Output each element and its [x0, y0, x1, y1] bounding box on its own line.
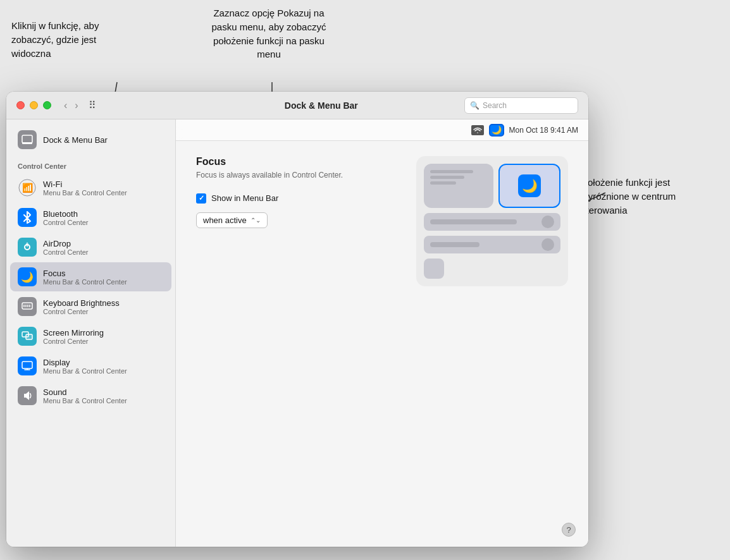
bluetooth-label: Bluetooth	[43, 209, 89, 219]
cc-line-3	[430, 181, 456, 185]
help-button[interactable]: ?	[562, 523, 576, 537]
focus-text: Focus Menu Bar & Control Center	[43, 269, 127, 286]
cc-focus-tile: 🌙	[498, 164, 560, 208]
cc-bar-2	[424, 236, 560, 253]
wifi-label: Wi‑Fi	[43, 180, 127, 189]
cc-bar-1	[424, 213, 560, 231]
sidebar-item-focus[interactable]: 🌙 Focus Menu Bar & Control Center	[10, 262, 171, 291]
settings-section: Focus Focus is always available in Contr…	[196, 156, 397, 532]
forward-button[interactable]: ›	[72, 99, 80, 113]
screen-mirroring-label: Screen Mirroring	[43, 328, 104, 338]
maximize-button[interactable]	[43, 101, 51, 109]
control-center-header: Control Center	[6, 155, 175, 173]
traffic-lights	[16, 101, 51, 109]
wifi-text: Wi‑Fi Menu Bar & Control Center	[43, 180, 127, 197]
cc-small-square	[424, 259, 444, 279]
keyboard-brightness-text: Keyboard Brightness Control Center	[43, 298, 120, 315]
panel-content: Focus Focus is always available in Contr…	[176, 141, 588, 547]
grid-icon[interactable]: ⠿	[89, 99, 96, 111]
search-icon: 🔍	[470, 101, 479, 110]
svg-text:📶: 📶	[22, 183, 34, 193]
bluetooth-icon	[18, 208, 37, 227]
keyboard-brightness-icon	[18, 297, 37, 316]
focus-section-title: Focus	[196, 156, 397, 167]
sound-text: Sound Menu Bar & Control Center	[43, 387, 127, 405]
cc-top-row: 🌙	[424, 164, 560, 208]
focus-section-desc: Focus is always available in Control Cen…	[196, 170, 397, 181]
cc-circle-2	[541, 238, 554, 251]
focus-label: Focus	[43, 269, 127, 278]
svg-rect-3	[22, 135, 32, 143]
show-in-menu-bar-checkbox[interactable]	[196, 193, 206, 204]
bluetooth-text: Bluetooth Control Center	[43, 209, 89, 226]
right-panel: 🌙 Mon Oct 18 9:41 AM Focus Focus is alwa…	[176, 119, 588, 547]
keyboard-brightness-sublabel: Control Center	[43, 308, 120, 315]
focus-sublabel: Menu Bar & Control Center	[43, 278, 127, 286]
sidebar: Dock & Menu Bar Control Center 📶 Wi‑Fi M…	[6, 119, 176, 547]
chevron-up-down-icon: ⌃⌄	[251, 217, 261, 224]
menubar-focus-icon: 🌙	[489, 124, 504, 137]
when-active-row: when active ⌃⌄	[196, 212, 397, 228]
sidebar-item-dock-menu-bar[interactable]: Dock & Menu Bar	[10, 125, 171, 154]
sidebar-item-sound[interactable]: Sound Menu Bar & Control Center	[10, 381, 171, 410]
dropdown-value: when active	[203, 216, 247, 225]
svg-rect-15	[22, 362, 32, 368]
search-placeholder: Search	[483, 101, 507, 110]
show-in-menu-bar-row: Show in Menu Bar	[196, 193, 397, 204]
airdrop-label: AirDrop	[43, 239, 89, 248]
screen-mirroring-sublabel: Control Center	[43, 338, 104, 345]
menubar-wifi-icon	[471, 125, 484, 135]
sidebar-item-airdrop[interactable]: AirDrop Control Center	[10, 233, 171, 262]
keyboard-brightness-label: Keyboard Brightness	[43, 298, 120, 308]
cc-line-1	[430, 170, 473, 173]
sound-sublabel: Menu Bar & Control Center	[43, 397, 127, 405]
display-sublabel: Menu Bar & Control Center	[43, 367, 127, 375]
minimize-button[interactable]	[30, 101, 38, 109]
annotation-right: Położenie funkcji jest wyróżnione w cent…	[581, 176, 692, 217]
display-text: Display Menu Bar & Control Center	[43, 358, 127, 375]
back-button[interactable]: ‹	[61, 99, 70, 113]
sidebar-item-screen-mirroring[interactable]: Screen Mirroring Control Center	[10, 322, 171, 351]
focus-icon: 🌙	[18, 267, 37, 286]
display-label: Display	[43, 358, 127, 367]
sound-label: Sound	[43, 387, 127, 397]
sidebar-item-display[interactable]: Display Menu Bar & Control Center	[10, 351, 171, 380]
display-icon	[18, 356, 37, 375]
when-active-dropdown[interactable]: when active ⌃⌄	[196, 212, 268, 228]
wifi-sublabel: Menu Bar & Control Center	[43, 189, 127, 197]
dock-menu-bar-text: Dock & Menu Bar	[43, 135, 108, 145]
search-box[interactable]: 🔍 Search	[464, 97, 578, 114]
cc-panel: 🌙	[416, 156, 568, 286]
cc-small-bars	[449, 267, 560, 271]
screen-mirroring-icon	[18, 327, 37, 346]
annotation-center: Zaznacz opcję Pokazuj na pasku menu, aby…	[202, 6, 335, 61]
cc-line-2	[430, 176, 464, 179]
cc-bar-inner-2	[430, 242, 479, 247]
dock-menu-bar-icon	[18, 130, 37, 149]
sidebar-item-bluetooth[interactable]: Bluetooth Control Center	[10, 203, 171, 232]
sidebar-item-keyboard-brightness[interactable]: Keyboard Brightness Control Center	[10, 292, 171, 321]
sound-icon	[18, 386, 37, 405]
cc-generic-tile	[424, 164, 493, 208]
menubar-preview: 🌙 Mon Oct 18 9:41 AM	[176, 119, 588, 141]
cc-bar-inner-1	[430, 219, 517, 224]
menubar-time: Mon Oct 18 9:41 AM	[509, 126, 578, 135]
cc-circle-1	[541, 216, 554, 228]
close-button[interactable]	[16, 101, 25, 109]
screen-mirroring-text: Screen Mirroring Control Center	[43, 328, 104, 345]
airdrop-icon	[18, 238, 37, 257]
airdrop-sublabel: Control Center	[43, 248, 89, 256]
annotation-left: Kliknij w funkcję, aby zobaczyć, gdzie j…	[11, 19, 138, 60]
svg-rect-4	[22, 142, 32, 144]
cc-focus-moon-icon: 🌙	[518, 174, 541, 197]
svg-marker-18	[24, 391, 29, 400]
main-content: Dock & Menu Bar Control Center 📶 Wi‑Fi M…	[6, 119, 588, 547]
dock-menu-bar-label: Dock & Menu Bar	[43, 135, 108, 145]
nav-arrows: ‹ ›	[61, 99, 81, 113]
airdrop-text: AirDrop Control Center	[43, 239, 89, 256]
cc-bottom-row	[424, 259, 560, 279]
bluetooth-sublabel: Control Center	[43, 219, 89, 226]
wifi-icon: 📶	[18, 178, 37, 197]
sidebar-item-wifi[interactable]: 📶 Wi‑Fi Menu Bar & Control Center	[10, 173, 171, 202]
show-in-menu-bar-label: Show in Menu Bar	[211, 193, 278, 203]
